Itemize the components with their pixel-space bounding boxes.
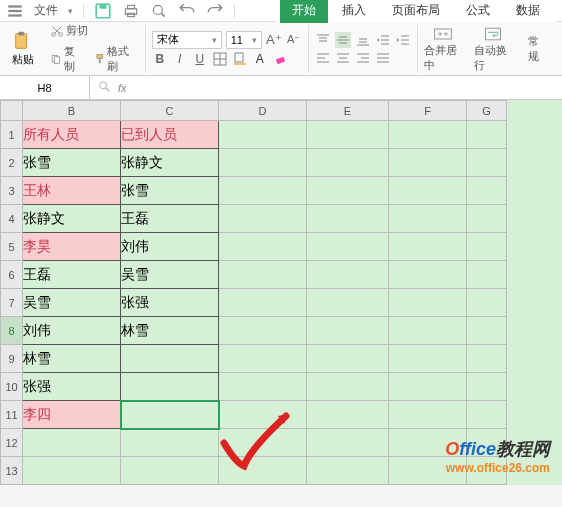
cell[interactable]: 李昊: [23, 233, 121, 261]
align-top-icon[interactable]: [315, 32, 331, 48]
cell[interactable]: [219, 121, 307, 149]
cell[interactable]: 张雪: [121, 177, 219, 205]
cell[interactable]: [389, 261, 467, 289]
cell[interactable]: [307, 317, 389, 345]
underline-icon[interactable]: U: [192, 51, 208, 67]
cell[interactable]: 王磊: [23, 261, 121, 289]
tab-insert[interactable]: 插入: [330, 0, 378, 23]
cell[interactable]: [467, 205, 507, 233]
indent-decrease-icon[interactable]: [375, 32, 391, 48]
cell[interactable]: [219, 289, 307, 317]
fx-icon[interactable]: [98, 80, 112, 96]
undo-icon[interactable]: [178, 2, 196, 20]
merge-center-button[interactable]: 合并居中: [418, 23, 468, 75]
cell[interactable]: [219, 261, 307, 289]
cell[interactable]: [467, 401, 507, 429]
align-center-icon[interactable]: [335, 50, 351, 66]
cell[interactable]: [467, 345, 507, 373]
print-icon[interactable]: [122, 2, 140, 20]
preview-icon[interactable]: [150, 2, 168, 20]
cell[interactable]: [307, 457, 389, 485]
cell[interactable]: [307, 205, 389, 233]
cell[interactable]: [389, 177, 467, 205]
font-size-select[interactable]: 11▾: [226, 31, 262, 49]
function-icon[interactable]: fx: [118, 82, 127, 94]
cell[interactable]: 吴雪: [23, 289, 121, 317]
cell[interactable]: [307, 233, 389, 261]
bold-icon[interactable]: B: [152, 51, 168, 67]
tab-start[interactable]: 开始: [280, 0, 328, 23]
copy-button[interactable]: 复制: [46, 42, 86, 76]
select-all-corner[interactable]: [1, 101, 23, 121]
cell[interactable]: [389, 233, 467, 261]
paste-button[interactable]: 粘贴: [6, 28, 40, 69]
number-format-select[interactable]: 常规: [524, 32, 550, 66]
cell[interactable]: [219, 429, 307, 457]
cell[interactable]: [389, 149, 467, 177]
row-header[interactable]: 4: [1, 205, 23, 233]
cell[interactable]: [467, 317, 507, 345]
italic-icon[interactable]: I: [172, 51, 188, 67]
cell[interactable]: [219, 233, 307, 261]
cell[interactable]: 王磊: [121, 205, 219, 233]
font-color-icon[interactable]: A: [252, 51, 268, 67]
cell[interactable]: 王林: [23, 177, 121, 205]
cell[interactable]: [219, 177, 307, 205]
tab-data[interactable]: 数据: [504, 0, 552, 23]
row-header[interactable]: 7: [1, 289, 23, 317]
column-header[interactable]: E: [307, 101, 389, 121]
cell[interactable]: [467, 261, 507, 289]
row-header[interactable]: 2: [1, 149, 23, 177]
row-header[interactable]: 13: [1, 457, 23, 485]
cell[interactable]: [219, 149, 307, 177]
cell[interactable]: [121, 429, 219, 457]
cell[interactable]: [467, 149, 507, 177]
cell[interactable]: [389, 205, 467, 233]
cell[interactable]: [121, 401, 219, 429]
row-header[interactable]: 1: [1, 121, 23, 149]
format-painter-button[interactable]: 格式刷: [90, 42, 139, 76]
cell[interactable]: 已到人员: [121, 121, 219, 149]
cell[interactable]: [389, 317, 467, 345]
row-header[interactable]: 3: [1, 177, 23, 205]
cell[interactable]: 李四: [23, 401, 121, 429]
cell[interactable]: 张静文: [23, 205, 121, 233]
row-header[interactable]: 5: [1, 233, 23, 261]
cell[interactable]: [121, 373, 219, 401]
column-header[interactable]: B: [23, 101, 121, 121]
column-header[interactable]: C: [121, 101, 219, 121]
row-header[interactable]: 9: [1, 345, 23, 373]
row-header[interactable]: 11: [1, 401, 23, 429]
redo-icon[interactable]: [206, 2, 224, 20]
cell[interactable]: 林雪: [23, 345, 121, 373]
cell[interactable]: [389, 401, 467, 429]
clear-format-icon[interactable]: [272, 51, 288, 67]
cell[interactable]: [467, 233, 507, 261]
cell[interactable]: [219, 457, 307, 485]
cell[interactable]: [467, 373, 507, 401]
row-header[interactable]: 8: [1, 317, 23, 345]
cell[interactable]: 张雪: [23, 149, 121, 177]
cell[interactable]: [219, 317, 307, 345]
save-icon[interactable]: [94, 2, 112, 20]
font-name-select[interactable]: 宋体▾: [152, 31, 222, 49]
cell[interactable]: [307, 345, 389, 373]
cell[interactable]: [307, 401, 389, 429]
column-header[interactable]: D: [219, 101, 307, 121]
column-header[interactable]: G: [467, 101, 507, 121]
cell[interactable]: [307, 261, 389, 289]
cell[interactable]: 张静文: [121, 149, 219, 177]
row-header[interactable]: 10: [1, 373, 23, 401]
cell[interactable]: [467, 177, 507, 205]
cell[interactable]: [307, 429, 389, 457]
row-header[interactable]: 12: [1, 429, 23, 457]
decrease-font-icon[interactable]: A⁻: [286, 32, 302, 48]
cell[interactable]: [467, 289, 507, 317]
cell[interactable]: [467, 121, 507, 149]
increase-font-icon[interactable]: A⁺: [266, 32, 282, 48]
cell[interactable]: [307, 373, 389, 401]
cell[interactable]: 张强: [121, 289, 219, 317]
align-right-icon[interactable]: [355, 50, 371, 66]
cell[interactable]: [219, 345, 307, 373]
tab-formula[interactable]: 公式: [454, 0, 502, 23]
